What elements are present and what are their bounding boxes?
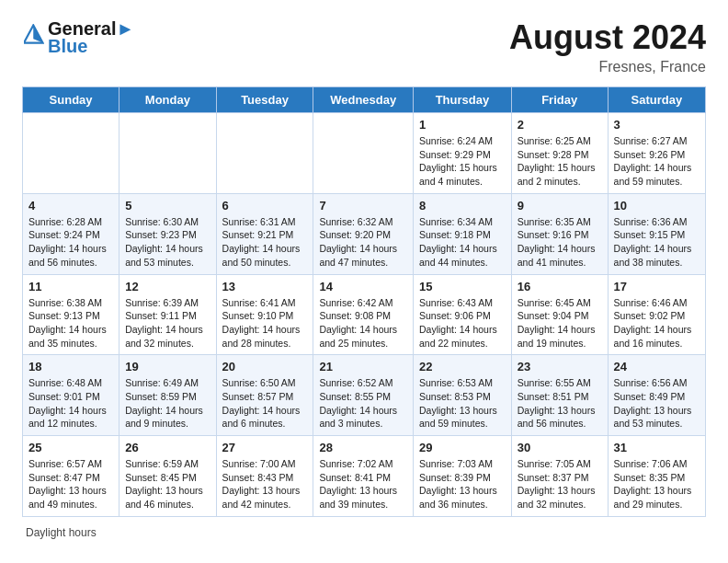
calendar-cell: 22Sunrise: 6:53 AM Sunset: 8:53 PM Dayli… <box>414 355 512 436</box>
day-info: Sunrise: 6:45 AM Sunset: 9:04 PM Dayligh… <box>518 296 602 350</box>
calendar-cell: 18Sunrise: 6:48 AM Sunset: 9:01 PM Dayli… <box>23 355 119 436</box>
calendar-cell: 1Sunrise: 6:24 AM Sunset: 9:29 PM Daylig… <box>414 113 512 194</box>
footer: Daylight hours <box>22 526 706 539</box>
day-number: 3 <box>614 118 700 132</box>
day-number: 5 <box>125 199 210 213</box>
day-info: Sunrise: 6:36 AM Sunset: 9:15 PM Dayligh… <box>614 215 700 270</box>
calendar-cell: 20Sunrise: 6:50 AM Sunset: 8:57 PM Dayli… <box>216 355 313 436</box>
day-info: Sunrise: 7:00 AM Sunset: 8:43 PM Dayligh… <box>222 457 308 511</box>
day-info: Sunrise: 6:42 AM Sunset: 9:08 PM Dayligh… <box>319 296 407 350</box>
calendar-cell: 16Sunrise: 6:45 AM Sunset: 9:04 PM Dayli… <box>511 274 608 355</box>
calendar-cell: 25Sunrise: 6:57 AM Sunset: 8:47 PM Dayli… <box>23 436 119 517</box>
col-tuesday: Tuesday <box>216 87 313 113</box>
day-number: 17 <box>614 280 700 293</box>
calendar-cell: 8Sunrise: 6:34 AM Sunset: 9:18 PM Daylig… <box>414 193 512 274</box>
calendar-cell: 31Sunrise: 7:06 AM Sunset: 8:35 PM Dayli… <box>608 436 705 517</box>
calendar-cell: 5Sunrise: 6:30 AM Sunset: 9:23 PM Daylig… <box>119 193 216 274</box>
day-info: Sunrise: 6:27 AM Sunset: 9:26 PM Dayligh… <box>614 134 700 189</box>
day-info: Sunrise: 6:31 AM Sunset: 9:21 PM Dayligh… <box>222 215 308 270</box>
calendar-cell: 27Sunrise: 7:00 AM Sunset: 8:43 PM Dayli… <box>216 436 313 517</box>
day-info: Sunrise: 6:48 AM Sunset: 9:01 PM Dayligh… <box>28 376 113 431</box>
calendar-cell: 29Sunrise: 7:03 AM Sunset: 8:39 PM Dayli… <box>414 436 512 517</box>
calendar-cell <box>119 113 216 194</box>
title-block: August 2024 Fresnes, France <box>509 18 706 75</box>
calendar-cell: 14Sunrise: 6:42 AM Sunset: 9:08 PM Dayli… <box>313 274 414 355</box>
calendar-cell: 9Sunrise: 6:35 AM Sunset: 9:16 PM Daylig… <box>511 193 608 274</box>
day-number: 20 <box>222 360 308 373</box>
calendar-cell: 19Sunrise: 6:49 AM Sunset: 8:59 PM Dayli… <box>119 355 216 436</box>
day-number: 21 <box>319 360 407 373</box>
calendar-cell: 24Sunrise: 6:56 AM Sunset: 8:49 PM Dayli… <box>608 355 705 436</box>
day-number: 6 <box>222 199 308 213</box>
calendar-cell: 28Sunrise: 7:02 AM Sunset: 8:41 PM Dayli… <box>313 436 414 517</box>
day-number: 10 <box>614 199 700 213</box>
calendar-cell <box>313 113 414 194</box>
day-info: Sunrise: 6:35 AM Sunset: 9:16 PM Dayligh… <box>518 215 602 270</box>
calendar-page: General► Blue August 2024 Fresnes, Franc… <box>0 0 728 554</box>
day-info: Sunrise: 6:43 AM Sunset: 9:06 PM Dayligh… <box>419 296 506 350</box>
day-info: Sunrise: 7:06 AM Sunset: 8:35 PM Dayligh… <box>614 457 700 511</box>
calendar-cell <box>23 113 119 194</box>
day-number: 30 <box>518 441 602 454</box>
day-number: 27 <box>222 441 308 454</box>
day-info: Sunrise: 6:30 AM Sunset: 9:23 PM Dayligh… <box>125 215 210 270</box>
day-number: 29 <box>419 441 506 454</box>
calendar-cell: 15Sunrise: 6:43 AM Sunset: 9:06 PM Dayli… <box>414 274 512 355</box>
day-number: 11 <box>28 280 113 293</box>
day-info: Sunrise: 6:49 AM Sunset: 8:59 PM Dayligh… <box>125 376 210 431</box>
day-info: Sunrise: 6:52 AM Sunset: 8:55 PM Dayligh… <box>319 376 407 431</box>
col-saturday: Saturday <box>608 87 705 113</box>
header: General► Blue August 2024 Fresnes, Franc… <box>22 18 706 75</box>
day-number: 31 <box>614 441 700 454</box>
day-number: 16 <box>518 280 602 293</box>
day-number: 23 <box>518 360 602 373</box>
calendar-cell: 12Sunrise: 6:39 AM Sunset: 9:11 PM Dayli… <box>119 274 216 355</box>
calendar-cell: 21Sunrise: 6:52 AM Sunset: 8:55 PM Dayli… <box>313 355 414 436</box>
day-info: Sunrise: 6:28 AM Sunset: 9:24 PM Dayligh… <box>28 215 113 270</box>
logo-container <box>22 28 44 48</box>
day-info: Sunrise: 6:56 AM Sunset: 8:49 PM Dayligh… <box>614 376 700 431</box>
day-info: Sunrise: 7:03 AM Sunset: 8:39 PM Dayligh… <box>419 457 506 511</box>
calendar-week-1: 4Sunrise: 6:28 AM Sunset: 9:24 PM Daylig… <box>23 193 706 274</box>
day-number: 26 <box>125 441 210 454</box>
day-number: 25 <box>28 441 113 454</box>
calendar-cell: 23Sunrise: 6:55 AM Sunset: 8:51 PM Dayli… <box>511 355 608 436</box>
logo-icon <box>24 24 44 44</box>
day-number: 2 <box>518 118 602 132</box>
day-info: Sunrise: 6:57 AM Sunset: 8:47 PM Dayligh… <box>28 457 113 511</box>
month-title: August 2024 <box>509 18 706 57</box>
footer-label: Daylight hours <box>26 526 97 539</box>
day-number: 15 <box>419 280 506 293</box>
day-info: Sunrise: 6:34 AM Sunset: 9:18 PM Dayligh… <box>419 215 506 270</box>
day-info: Sunrise: 6:59 AM Sunset: 8:45 PM Dayligh… <box>125 457 210 511</box>
day-number: 1 <box>419 118 506 132</box>
day-number: 7 <box>319 199 407 213</box>
calendar-cell <box>216 113 313 194</box>
day-number: 4 <box>28 199 113 213</box>
calendar-cell: 30Sunrise: 7:05 AM Sunset: 8:37 PM Dayli… <box>511 436 608 517</box>
calendar-cell: 6Sunrise: 6:31 AM Sunset: 9:21 PM Daylig… <box>216 193 313 274</box>
calendar-week-4: 25Sunrise: 6:57 AM Sunset: 8:47 PM Dayli… <box>23 436 706 517</box>
day-number: 9 <box>518 199 602 213</box>
day-info: Sunrise: 6:41 AM Sunset: 9:10 PM Dayligh… <box>222 296 308 350</box>
calendar-cell: 11Sunrise: 6:38 AM Sunset: 9:13 PM Dayli… <box>23 274 119 355</box>
day-number: 12 <box>125 280 210 293</box>
col-wednesday: Wednesday <box>313 87 414 113</box>
col-thursday: Thursday <box>414 87 512 113</box>
day-number: 13 <box>222 280 308 293</box>
logo-text: General► Blue <box>48 18 134 57</box>
calendar-table: Sunday Monday Tuesday Wednesday Thursday… <box>22 86 706 517</box>
day-info: Sunrise: 6:32 AM Sunset: 9:20 PM Dayligh… <box>319 215 407 270</box>
calendar-cell: 7Sunrise: 6:32 AM Sunset: 9:20 PM Daylig… <box>313 193 414 274</box>
calendar-cell: 4Sunrise: 6:28 AM Sunset: 9:24 PM Daylig… <box>23 193 119 274</box>
day-number: 22 <box>419 360 506 373</box>
col-friday: Friday <box>511 87 608 113</box>
day-info: Sunrise: 6:53 AM Sunset: 8:53 PM Dayligh… <box>419 376 506 431</box>
day-number: 19 <box>125 360 210 373</box>
calendar-week-3: 18Sunrise: 6:48 AM Sunset: 9:01 PM Dayli… <box>23 355 706 436</box>
day-info: Sunrise: 6:46 AM Sunset: 9:02 PM Dayligh… <box>614 296 700 350</box>
location: Fresnes, France <box>509 59 706 75</box>
calendar-cell: 10Sunrise: 6:36 AM Sunset: 9:15 PM Dayli… <box>608 193 705 274</box>
day-number: 24 <box>614 360 700 373</box>
day-number: 18 <box>28 360 113 373</box>
